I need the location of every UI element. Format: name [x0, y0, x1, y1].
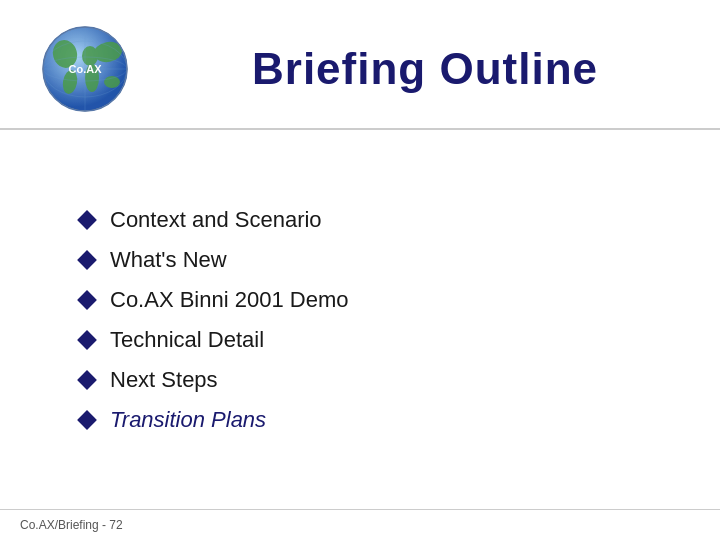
footer-text: Co.AX/Briefing - 72	[20, 518, 123, 532]
bullet-diamond-icon	[77, 410, 97, 430]
slide-footer: Co.AX/Briefing - 72	[0, 509, 720, 540]
bullet-diamond-icon	[77, 370, 97, 390]
bullet-label: Transition Plans	[110, 407, 266, 433]
bullet-label: Technical Detail	[110, 327, 264, 353]
bullet-list: Context and ScenarioWhat's NewCo.AX Binn…	[80, 207, 660, 433]
list-item: Technical Detail	[80, 327, 660, 353]
bullet-diamond-icon	[77, 290, 97, 310]
slide-header: Co.AX Briefing Outline	[0, 0, 720, 130]
page-title: Briefing Outline	[252, 44, 598, 94]
bullet-label: Co.AX Binni 2001 Demo	[110, 287, 348, 313]
list-item: Context and Scenario	[80, 207, 660, 233]
bullet-diamond-icon	[77, 210, 97, 230]
globe-icon: Co.AX	[40, 24, 130, 114]
title-area: Briefing Outline	[150, 44, 680, 94]
list-item: Next Steps	[80, 367, 660, 393]
list-item: What's New	[80, 247, 660, 273]
svg-text:Co.AX: Co.AX	[69, 63, 103, 75]
bullet-label: Next Steps	[110, 367, 218, 393]
bullet-diamond-icon	[77, 330, 97, 350]
slide: Co.AX Briefing Outline Context and Scena…	[0, 0, 720, 540]
bullet-label: Context and Scenario	[110, 207, 322, 233]
logo-area: Co.AX	[20, 24, 150, 114]
svg-point-7	[104, 76, 120, 88]
list-item: Co.AX Binni 2001 Demo	[80, 287, 660, 313]
list-item: Transition Plans	[80, 407, 660, 433]
bullet-diamond-icon	[77, 250, 97, 270]
bullet-label: What's New	[110, 247, 227, 273]
slide-content: Context and ScenarioWhat's NewCo.AX Binn…	[0, 130, 720, 509]
